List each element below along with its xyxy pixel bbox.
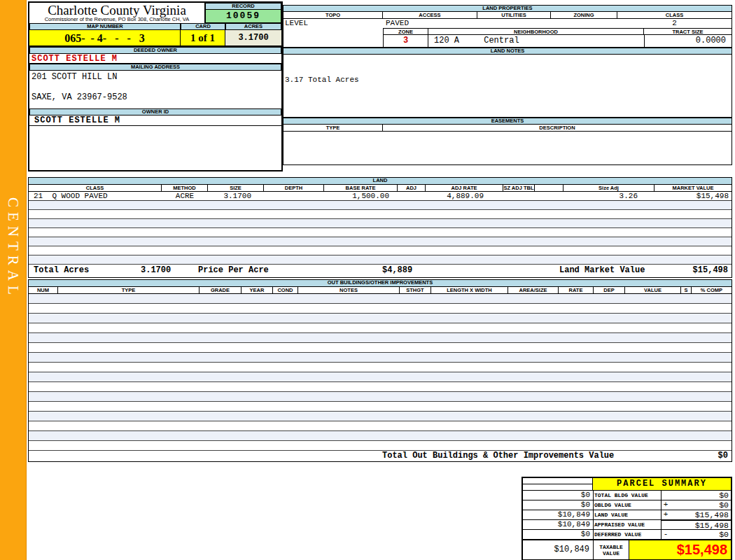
neighborhood-name: Central — [484, 36, 519, 46]
map-number-value: 065- - 4- - - 3 — [29, 30, 181, 46]
land-row-depth — [264, 192, 324, 200]
land-row-size: 3.1700 — [208, 192, 264, 200]
record-cell: RECORD 10059 — [204, 3, 281, 23]
taxable-prior-value: $10,849 — [523, 540, 593, 559]
outb-col-dep: DEP — [594, 287, 625, 293]
outb-col-type: TYPE — [58, 287, 200, 293]
empty-row — [29, 333, 732, 343]
zone-label: ZONE — [384, 29, 428, 34]
summary-row-land: $10,849 LAND VALUE + $15,498 — [523, 510, 731, 519]
land-row-size-adj: 3.26 — [564, 192, 654, 200]
row-label: OBLDG VALUE — [593, 500, 661, 510]
land-row-adj — [398, 192, 426, 200]
land-notes-box: 3.17 Total Acres — [283, 55, 732, 118]
outb-col-sthgt: STHGT — [400, 287, 431, 293]
row-operator: + — [661, 500, 670, 510]
prior-value: $0 — [523, 500, 593, 510]
address-line-1: 201 SCOTT HILL LN — [31, 72, 281, 82]
card-value: 1 of 1 — [181, 30, 225, 46]
land-row-sz-adj-tbl — [503, 192, 535, 200]
land-row: 21 Q WOOD PAVED ACRE 3.1700 1,500.00 4,8… — [29, 192, 732, 201]
row-label: DEFERRED VALUE — [593, 530, 661, 539]
empty-row — [29, 353, 732, 363]
taxable-value: $15,498 — [629, 540, 731, 559]
summary-row-deferred: $0 DEFERRED VALUE - $0 — [523, 529, 731, 539]
row-operator — [661, 491, 670, 500]
card-label: CARD — [181, 23, 225, 30]
owner-id-value: SCOTT ESTELLE M — [29, 115, 281, 126]
prior-value: $10,849 — [523, 510, 593, 519]
land-row-blank — [535, 192, 564, 200]
summary-row-obldg: $0 OBLDG VALUE + $0 — [523, 500, 731, 510]
acres-value: 3.1700 — [225, 30, 281, 46]
land-col-depth: DEPTH — [264, 185, 324, 191]
neighborhood-value: 120 A Central — [428, 35, 644, 47]
row-value: $0 — [670, 530, 731, 539]
out-buildings-title: OUT BUILDINGS/OTHER IMPROVEMENTS — [29, 280, 732, 287]
mailing-address: 201 SCOTT HILL LN SAXE, VA 23967-9528 — [29, 71, 281, 108]
outb-col-s: S — [681, 287, 692, 293]
outb-col-grade: GRADE — [200, 287, 241, 293]
total-acres-label: Total Acres — [34, 265, 89, 276]
summary-row-appraised: $10,849 APPRAISED VALUE $15,498 — [523, 519, 731, 529]
utilities-value — [477, 19, 551, 28]
outb-total-value: $0 — [718, 451, 728, 461]
summary-row-total-bldg: $0 TOTAL BLDG VALUE $0 — [523, 490, 731, 500]
empty-row — [29, 421, 732, 431]
land-row-market-value: $15,498 — [654, 192, 732, 200]
land-note-text: 3.17 Total Acres — [285, 76, 732, 84]
empty-row — [29, 441, 732, 451]
land-col-blank — [535, 185, 564, 191]
price-per-acre-value: $4,889 — [382, 265, 412, 276]
outb-col-area-size: AREA/SIZE — [508, 287, 559, 293]
row-label: TOTAL BLDG VALUE — [593, 491, 661, 500]
empty-row — [29, 343, 732, 353]
land-col-class: CLASS — [29, 185, 162, 191]
outb-total-label: Total Out Buildings & Other Improvements… — [382, 451, 614, 461]
land-row-base-rate: 1,500.00 — [324, 192, 398, 200]
tract-size-label: TRACT SIZE — [644, 29, 732, 34]
easement-description-label: DESCRIPTION — [383, 125, 732, 131]
land-market-value-label: Land Market Value — [559, 265, 645, 276]
land-properties-box: TOPO ACCESS UTILITIES ZONING CLASS LEVEL… — [283, 12, 732, 48]
district-label: CENTRAL — [4, 197, 22, 300]
row-operator: - — [661, 530, 670, 539]
zone-neighborhood-subtable: ZONE NEIGHBORHOOD TRACT SIZE 3 120 A Cen… — [383, 28, 732, 47]
zoning-value — [551, 19, 617, 28]
zone-value: 3 — [384, 35, 428, 47]
easements-box — [283, 132, 732, 165]
parcel-summary: PARCEL SUMMARY $0 TOTAL BLDG VALUE $0 $0… — [522, 477, 732, 560]
land-col-sz-adj-tbl: SZ ADJ TBL — [503, 185, 535, 191]
empty-row — [29, 363, 732, 372]
row-operator: + — [661, 510, 670, 519]
parcel-summary-title: PARCEL SUMMARY — [593, 478, 731, 490]
county-title: Charlotte County Virginia — [29, 4, 204, 17]
total-acres-value: 3.1700 — [141, 265, 171, 276]
prior-value: $0 — [523, 530, 593, 539]
owner-id-label: OWNER ID — [29, 108, 281, 115]
outb-col-rate: RATE — [559, 287, 594, 293]
access-value: PAVED — [383, 19, 477, 28]
empty-row — [29, 372, 732, 382]
outb-col-cond: COND — [273, 287, 298, 293]
property-record-card: CENTRAL Charlotte County Virginia Commis… — [0, 0, 735, 560]
row-operator — [661, 519, 670, 529]
land-properties-title: LAND PROPERTIES — [283, 5, 732, 12]
deeded-owner-label: DEEDED OWNER — [29, 47, 281, 54]
parcel-summary-corner — [523, 478, 593, 490]
out-buildings-table: OUT BUILDINGS/OTHER IMPROVEMENTS NUM TYP… — [28, 279, 732, 462]
land-notes-title: LAND NOTES — [283, 48, 732, 55]
row-value: $0 — [670, 491, 731, 500]
outb-empty-rows — [29, 294, 732, 451]
land-row-method: ACRE — [162, 192, 208, 200]
neighborhood-label: NEIGHBORHOOD — [428, 29, 644, 34]
empty-row — [29, 314, 732, 323]
row-value: $15,498 — [670, 510, 731, 519]
empty-row — [29, 412, 732, 421]
land-properties-panel: LAND PROPERTIES TOPO ACCESS UTILITIES ZO… — [283, 5, 732, 165]
utilities-column-label: UTILITIES — [477, 12, 551, 18]
outb-col-length-width: LENGTH X WIDTH — [431, 287, 508, 293]
land-col-market-value: MARKET VALUE — [654, 185, 732, 191]
zoning-column-label: ZONING — [551, 12, 617, 18]
land-col-adj: ADJ — [398, 185, 426, 191]
